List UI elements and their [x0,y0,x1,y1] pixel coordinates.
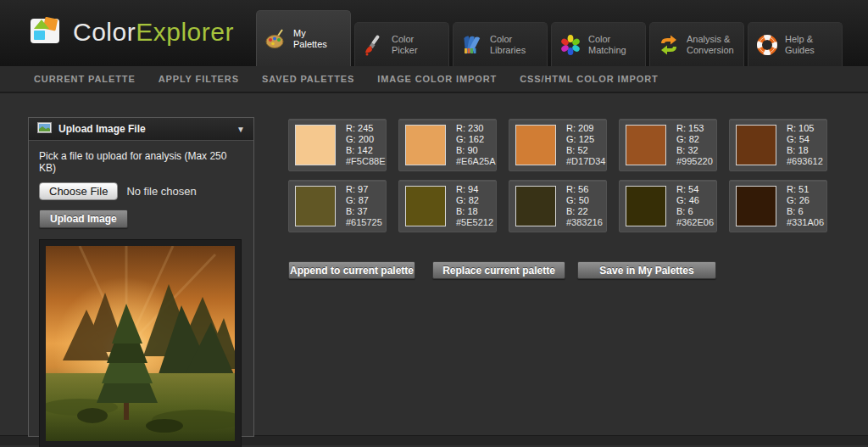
upload-instruction-text: Pick a file to upload for analysis (Max … [39,150,243,174]
subnav-css-html-color-import[interactable]: CSS/HTML COLOR IMPORT [520,74,659,84]
swatch-values: R: 97G: 87 B: 37#615725 [346,184,382,228]
color-wheel-flower-icon [559,34,581,56]
color-swatch [295,125,336,165]
color-swatch [736,125,776,165]
swatch-row-1: R: 245G: 200 B: 142#F5C88E R: 230G: 162 … [288,119,827,171]
no-file-chosen-text: No file chosen [126,185,196,198]
color-picker-brush-icon [363,34,385,56]
color-swatch [626,186,666,226]
image-preview-frame [39,239,242,447]
subnav-apply-filters[interactable]: APPLY FILTERS [159,74,239,84]
colorexplorer-logo-icon [29,15,63,49]
swatch-fan-icon [461,34,483,56]
tab-label: ColorLibraries [490,34,526,56]
swatch-card-8[interactable]: R: 56G: 50 B: 22#383216 [509,180,607,232]
upload-panel-body: Pick a file to upload for analysis (Max … [29,141,253,447]
tab-color-picker[interactable]: ColorPicker [354,22,449,66]
app-title: ColorExplorer [73,18,234,47]
upload-image-button[interactable]: Upload Image [39,210,128,228]
swatch-card-10[interactable]: R: 51G: 26 B: 6#331A06 [729,180,827,232]
color-swatch [736,186,776,226]
app-logo[interactable]: ColorExplorer [29,15,234,49]
tab-analysis-conversion[interactable]: Analysis &Conversion [649,22,744,66]
file-input-row: Choose File No file chosen [39,182,243,200]
subnav-image-color-import[interactable]: IMAGE COLOR IMPORT [377,74,497,84]
uploaded-image-preview [46,246,235,441]
replace-palette-button[interactable]: Replace current palette [432,261,565,279]
main-tabs: MyPalettes ColorPicker [256,10,843,66]
tab-label: MyPalettes [293,28,327,50]
color-swatch [515,186,556,226]
color-swatch [405,186,446,226]
swatch-card-6[interactable]: R: 97G: 87 B: 37#615725 [288,180,387,232]
color-swatch [405,125,446,165]
tab-color-matching[interactable]: ColorMatching [551,22,646,66]
append-to-palette-button[interactable]: Append to current palette [288,261,415,279]
app-header: ColorExplorer MyPalettes [0,0,868,66]
conversion-arrows-icon [658,34,680,56]
tab-label: Help &Guides [785,34,815,56]
tab-label: ColorMatching [588,34,626,56]
swatch-values: R: 54G: 46 B: 6#362E06 [676,184,714,228]
swatch-card-2[interactable]: R: 230G: 162 B: 90#E6A25A [398,119,497,171]
swatch-card-4[interactable]: R: 153G: 82 B: 32#995220 [619,119,717,171]
main-content: Upload Image File ▼ Pick a file to uploa… [0,93,868,435]
swatch-values: R: 94G: 82 B: 18#5E5212 [456,184,493,228]
tab-my-palettes[interactable]: MyPalettes [256,10,351,66]
photo-thumbnail-icon [37,121,52,137]
subnav-saved-palettes[interactable]: SAVED PALETTES [262,74,354,84]
swatch-card-1[interactable]: R: 245G: 200 B: 142#F5C88E [288,119,387,171]
color-swatch [295,186,336,226]
swatch-values: R: 105G: 54 B: 18#693612 [787,123,823,167]
upload-panel-header[interactable]: Upload Image File ▼ [29,118,253,141]
palette-icon [264,28,287,50]
upload-image-panel: Upload Image File ▼ Pick a file to uploa… [28,117,254,437]
subnav-current-palette[interactable]: CURRENT PALETTE [34,74,136,84]
swatch-row-2: R: 97G: 87 B: 37#615725 R: 94G: 82 B: 18… [288,180,827,232]
swatch-values: R: 153G: 82 B: 32#995220 [676,123,713,167]
imported-colors-area: R: 245G: 200 B: 142#F5C88E R: 230G: 162 … [288,119,827,279]
swatch-card-9[interactable]: R: 54G: 46 B: 6#362E06 [619,180,717,232]
upload-panel-title: Upload Image File [58,123,230,135]
tab-color-libraries[interactable]: ColorLibraries [453,22,548,66]
save-in-my-palettes-button[interactable]: Save in My Palettes [577,261,716,279]
palette-actions: Append to current palette Replace curren… [288,261,827,279]
sub-navigation: CURRENT PALETTE APPLY FILTERS SAVED PALE… [0,66,868,93]
swatch-values: R: 51G: 26 B: 6#331A06 [787,184,824,228]
tab-label: ColorPicker [392,34,418,56]
tab-label: Analysis &Conversion [687,34,734,56]
swatch-card-7[interactable]: R: 94G: 82 B: 18#5E5212 [398,180,497,232]
color-swatch [626,125,666,165]
choose-file-button[interactable]: Choose File [39,182,118,200]
chevron-down-icon[interactable]: ▼ [236,125,245,134]
swatch-values: R: 56G: 50 B: 22#383216 [566,184,603,228]
life-ring-help-icon [756,34,778,56]
swatch-values: R: 230G: 162 B: 90#E6A25A [456,123,495,167]
swatch-values: R: 245G: 200 B: 142#F5C88E [346,123,385,167]
swatch-card-5[interactable]: R: 105G: 54 B: 18#693612 [729,119,827,171]
color-swatch [515,125,556,165]
tab-help-guides[interactable]: Help &Guides [748,22,843,66]
swatch-card-3[interactable]: R: 209G: 125 B: 52#D17D34 [509,119,607,171]
swatch-values: R: 209G: 125 B: 52#D17D34 [566,123,605,167]
